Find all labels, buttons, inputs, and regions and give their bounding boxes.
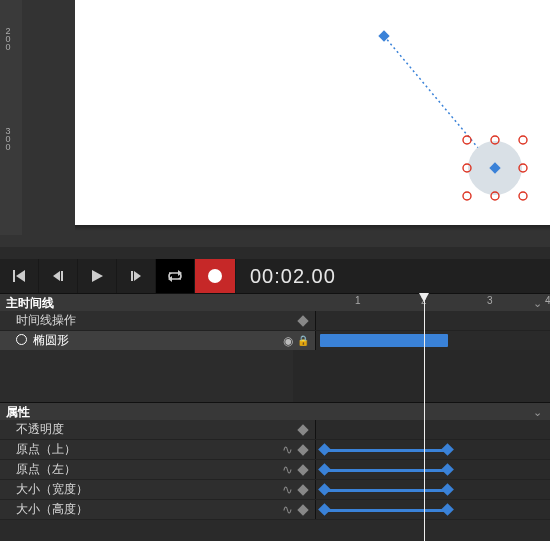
keyframe-icon[interactable] bbox=[297, 464, 308, 475]
keyframe-icon[interactable] bbox=[297, 315, 308, 326]
keyframe[interactable] bbox=[441, 443, 454, 456]
timeline-title: 主时间线 bbox=[0, 295, 271, 312]
canvas[interactable] bbox=[75, 0, 550, 225]
vertical-ruler: 200 300 bbox=[0, 0, 22, 235]
ruler-mark: 4 bbox=[545, 295, 550, 306]
record-button[interactable] bbox=[195, 259, 236, 293]
ruler-mark: 3 bbox=[487, 295, 493, 306]
ruler-tick: 300 bbox=[3, 126, 13, 150]
easing-icon[interactable]: ∿ bbox=[282, 442, 293, 457]
keyframe[interactable] bbox=[441, 483, 454, 496]
keyframe-icon[interactable] bbox=[297, 444, 308, 455]
resize-handle[interactable] bbox=[463, 136, 471, 144]
keyframe[interactable] bbox=[318, 463, 331, 476]
property-size-height[interactable]: 大小（高度） ∿ bbox=[0, 500, 550, 520]
timeline-clip[interactable] bbox=[320, 334, 448, 347]
properties-header: 属性 ⌄ bbox=[0, 402, 550, 422]
property-label: 原点（左） bbox=[0, 461, 254, 478]
loop-button[interactable] bbox=[156, 259, 195, 293]
canvas-svg bbox=[75, 0, 550, 225]
svg-marker-1 bbox=[16, 270, 25, 282]
row-label: 时间线操作 bbox=[0, 312, 254, 329]
property-origin-top[interactable]: 原点（上） ∿ bbox=[0, 440, 550, 460]
svg-marker-6 bbox=[134, 271, 141, 281]
property-opacity[interactable]: 不透明度 bbox=[0, 420, 550, 440]
keyframe-track[interactable] bbox=[315, 420, 550, 439]
easing-icon[interactable]: ∿ bbox=[282, 482, 293, 497]
track[interactable] bbox=[315, 311, 550, 330]
svg-marker-4 bbox=[92, 270, 103, 282]
go-start-button[interactable] bbox=[0, 259, 39, 293]
ruler-mark: 1 bbox=[355, 295, 361, 306]
property-rows: 不透明度 原点（上） ∿ 原点（左） ∿ 大小（宽度） ∿ 大小（高度） ∿ bbox=[0, 420, 550, 520]
lock-icon[interactable]: 🔒 bbox=[297, 335, 309, 346]
resize-handle[interactable] bbox=[519, 192, 527, 200]
property-size-width[interactable]: 大小（宽度） ∿ bbox=[0, 480, 550, 500]
row-label: 椭圆形 bbox=[0, 332, 254, 349]
keyframe-track[interactable] bbox=[315, 460, 550, 479]
easing-icon[interactable]: ∿ bbox=[282, 502, 293, 517]
property-label: 不透明度 bbox=[0, 421, 254, 438]
keyframe-icon[interactable] bbox=[297, 484, 308, 495]
timecode-display[interactable]: 00:02.00 bbox=[236, 265, 336, 288]
timeline-actions-row[interactable]: 时间线操作 bbox=[0, 311, 550, 331]
keyframe[interactable] bbox=[441, 463, 454, 476]
shape-icon bbox=[16, 334, 27, 345]
property-label: 原点（上） bbox=[0, 441, 254, 458]
keyframe-icon[interactable] bbox=[297, 424, 308, 435]
keyframe[interactable] bbox=[318, 503, 331, 516]
ruler-tick: 200 bbox=[3, 26, 13, 50]
properties-title: 属性 bbox=[0, 404, 271, 421]
resize-handle[interactable] bbox=[463, 192, 471, 200]
keyframe-track[interactable] bbox=[315, 500, 550, 519]
svg-rect-3 bbox=[61, 271, 63, 281]
resize-handle[interactable] bbox=[519, 136, 527, 144]
ellipse-row[interactable]: 椭圆形 ◉🔒 bbox=[0, 331, 550, 351]
property-label: 大小（高度） bbox=[0, 501, 254, 518]
keyframe-track[interactable] bbox=[315, 440, 550, 459]
keyframe-track[interactable] bbox=[315, 480, 550, 499]
step-forward-button[interactable] bbox=[117, 259, 156, 293]
property-label: 大小（宽度） bbox=[0, 481, 254, 498]
step-back-button[interactable] bbox=[39, 259, 78, 293]
timeline-empty-area[interactable] bbox=[0, 350, 550, 402]
keyframe[interactable] bbox=[318, 483, 331, 496]
svg-rect-0 bbox=[13, 270, 15, 282]
visibility-icon[interactable]: ◉ bbox=[283, 334, 293, 348]
svg-point-9 bbox=[208, 269, 222, 283]
canvas-area: 200 300 bbox=[0, 0, 550, 247]
property-origin-left[interactable]: 原点（左） ∿ bbox=[0, 460, 550, 480]
easing-icon[interactable]: ∿ bbox=[282, 462, 293, 477]
keyframe[interactable] bbox=[318, 443, 331, 456]
transport-bar: 00:02.00 bbox=[0, 259, 550, 293]
track[interactable] bbox=[315, 331, 550, 350]
keyframe[interactable] bbox=[441, 503, 454, 516]
keyframe-icon[interactable] bbox=[297, 504, 308, 515]
svg-rect-5 bbox=[131, 271, 133, 281]
play-button[interactable] bbox=[78, 259, 117, 293]
chevron-down-icon[interactable]: ⌄ bbox=[533, 406, 542, 419]
svg-marker-2 bbox=[53, 271, 60, 281]
playhead[interactable] bbox=[424, 293, 425, 541]
timeline-rows: 时间线操作 椭圆形 ◉🔒 bbox=[0, 311, 550, 351]
